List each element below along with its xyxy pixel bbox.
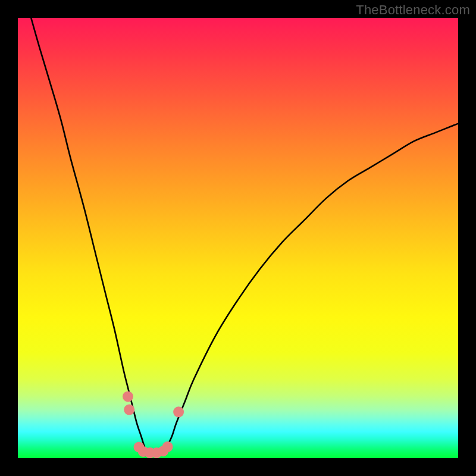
- curve-marker: [123, 391, 133, 402]
- bottleneck-curve-svg: [18, 18, 458, 458]
- bottleneck-curve-path: [31, 18, 458, 454]
- plot-area: [18, 18, 458, 458]
- watermark-text: TheBottleneck.com: [356, 2, 470, 18]
- curve-marker: [124, 405, 134, 415]
- curve-marker: [162, 441, 173, 452]
- chart-frame: TheBottleneck.com: [0, 0, 476, 476]
- curve-marker: [173, 406, 184, 417]
